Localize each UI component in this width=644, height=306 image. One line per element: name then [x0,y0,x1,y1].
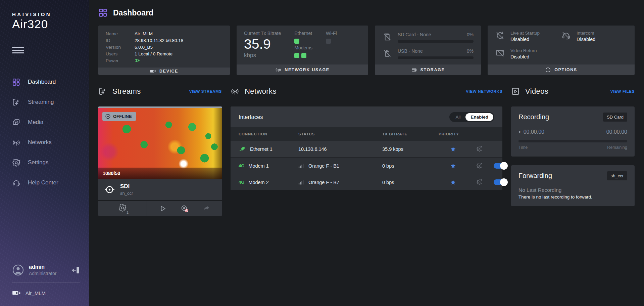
hamburger-menu-icon[interactable] [12,47,24,55]
interface-name: Ethernet 1 [250,146,273,152]
intercom-label: Intercom [577,31,595,36]
sidebar-divider [12,282,80,282]
main-content: Dashboard NameAir_MLM ID28:98:10:11:82:b… [89,0,644,306]
power-plug-icon [135,57,141,63]
video-return-item: Video Return Disabled [495,48,561,61]
forwarding-title: Forwarding [518,172,552,180]
interface-status: Orange F - B1 [308,163,339,169]
interfaces-title: Interfaces [239,114,263,120]
interface-name: Modem 2 [248,180,268,185]
sidebar-item-label: Help Center [28,179,58,186]
priority-star-button[interactable] [439,179,467,185]
interface-enabled-toggle[interactable] [494,163,507,169]
sd-card-percent: 0% [467,32,474,37]
interfaces-table-header: CONNECTION STATUS TX BITRATE PRIORITY [231,127,502,141]
view-files-link[interactable]: VIEW FILES [610,89,635,93]
interface-settings-button[interactable] [467,146,492,152]
storage-footer-label: STORAGE [420,68,445,72]
intercom-item: Intercom Disabled [561,31,627,44]
user-info: admin Administrator [29,264,56,276]
sdi-lens-icon [104,184,115,195]
tx-bitrate-block: Current Tx Bitrate 35.9 kbps [244,31,281,61]
sidebar-item-settings[interactable]: Settings [0,152,89,173]
forwarding-card: Forwarding sh_ccr No Last Recording Ther… [511,165,635,206]
sidebar-item-media[interactable]: Media [0,112,89,132]
video-return-value: Disabled [510,54,537,59]
play-stream-button[interactable] [159,205,167,213]
view-streams-link[interactable]: VIEW STREAMS [189,89,222,93]
options-card-body: Live at Startup Disabled Intercom Dis [488,26,635,64]
forwarding-message: There is no last recording to forward. [518,194,627,200]
streams-icon [98,87,107,96]
sidebar-item-label: Streaming [28,99,54,105]
recording-time-label: Time [518,145,528,150]
forwarding-status: No Last Recording [518,187,627,193]
record-blocked-icon [181,205,189,213]
interface-enabled-toggle[interactable] [494,179,507,185]
logout-icon[interactable] [71,266,80,275]
ethernet-label: Ethernet [294,31,312,36]
brand-model: Air320 [12,17,89,31]
sidebar-item-streaming[interactable]: Streaming [0,92,89,112]
priority-star-button[interactable] [439,146,467,152]
options-card-footer[interactable]: OPTIONS [488,64,635,75]
record-disabled-button[interactable] [181,205,189,213]
usb-progress-bar [398,56,474,59]
filter-all-button[interactable]: All [450,113,465,121]
live-at-startup-disabled-icon [495,31,505,41]
priority-star-button[interactable] [439,163,467,169]
network-usage-footer[interactable]: NETWORK USAGE [237,64,368,75]
streams-header: Streams VIEW STREAMS [98,84,222,99]
sections-row: Streams VIEW STREAMS OFFLINE 1080i50 [98,84,635,306]
avatar-icon [12,264,24,276]
table-row: 4G Modem 2 Orange F - B7 0 bps [231,174,502,190]
device-card-body: NameAir_MLM ID28:98:10:11:82:b6:80:18 Ve… [98,26,230,68]
device-row: Air_MLM [12,289,80,297]
device-card-footer[interactable]: DEVICE [98,68,230,75]
device-users-label: Users [106,51,135,57]
brand-name: HAIVISION [12,11,89,17]
videos-play-box-icon [511,87,520,96]
wifi-status-square [326,39,331,44]
videos-section: Videos VIEW FILES Recording SD Card ●00:… [511,84,635,306]
sd-card-progress-bar [398,40,474,43]
device-id-label: ID [106,37,135,44]
recording-dot-icon: ● [518,130,521,134]
stream-thumbnail[interactable]: OFFLINE 1080i50 [98,106,222,179]
dashboard-icon [12,78,20,86]
interface-settings-button[interactable] [467,163,492,169]
interface-settings-button[interactable] [467,179,492,185]
interfaces-panel-header: Interfaces All Enabled [231,106,502,127]
stream-card[interactable]: OFFLINE 1080i50 SDI sh_ccr [98,106,222,216]
live-at-startup-item: Live at Startup Disabled [495,31,561,44]
wifi-label: Wi-Fi [326,31,337,36]
networks-section: Networks VIEW NETWORKS Interfaces All En… [231,84,502,306]
sidebar-item-dashboard[interactable]: Dashboard [0,72,89,92]
sidebar-item-label: Networks [28,139,52,146]
storage-card-footer[interactable]: STORAGE [375,64,481,75]
table-row: 4G Modem 1 Orange F - B1 0 bps [231,157,502,174]
network-usage-body: Current Tx Bitrate 35.9 kbps Ethernet Mo… [237,26,368,64]
offline-minus-icon [105,114,111,119]
interface-status: 10.130.6.146 [298,146,327,152]
share-arrow-icon [202,205,210,213]
filter-enabled-button[interactable]: Enabled [465,113,493,121]
networks-title: Networks [245,87,277,96]
view-networks-link[interactable]: VIEW NETWORKS [466,89,502,93]
interface-bitrate: 0 bps [382,180,439,185]
device-name: Air_MLM [26,290,46,296]
device-name-label: Name [106,31,135,37]
sd-card-content: SD Card - None 0% [398,32,474,43]
sidebar-item-help-center[interactable]: Help Center [0,173,89,193]
settings-gear-icon [12,159,20,167]
forward-stream-button[interactable] [202,205,210,213]
4g-badge: 4G [239,163,244,168]
stream-config-button[interactable]: 1 [98,201,147,216]
live-at-startup-label: Live at Startup [510,31,540,36]
sidebar-item-networks[interactable]: Networks [0,132,89,152]
intercom-disabled-icon [561,31,571,41]
col-tx-bitrate: TX BITRATE [382,132,439,136]
help-center-headset-icon [12,179,20,187]
ethernet-modems-block: Ethernet Modems [294,31,312,61]
user-role: Administrator [29,271,56,276]
